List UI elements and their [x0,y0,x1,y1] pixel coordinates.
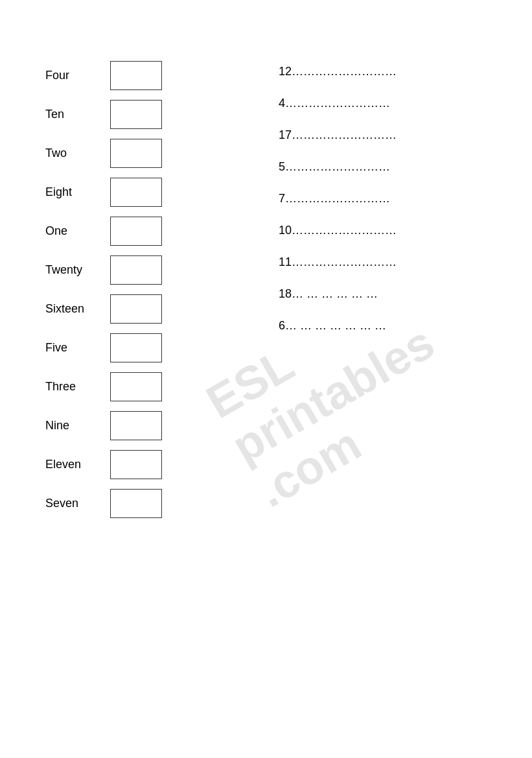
word-label-nine: Nine [45,419,110,432]
left-item-one: One [45,214,240,248]
number-box-twenty[interactable] [110,255,162,285]
number-prompt-six: 6… … … … … … … [279,319,386,333]
number-box-ten[interactable] [110,100,162,129]
right-item-twelve: 12……………………… [279,65,397,78]
word-label-twenty: Twenty [45,263,110,277]
left-item-ten: Ten [45,97,240,131]
number-box-nine[interactable] [110,411,162,440]
word-label-seven: Seven [45,497,110,510]
left-column: FourTenTwoEightOneTwentySixteenFiveThree… [45,58,240,525]
left-item-three: Three [45,370,240,403]
word-label-eight: Eight [45,185,110,199]
right-item-eleven-r: 11……………………… [279,255,397,269]
word-label-one: One [45,224,110,238]
word-label-four: Four [45,69,110,82]
word-label-eleven: Eleven [45,458,110,471]
number-box-four[interactable] [110,61,162,90]
number-prompt-five-r: 5……………………… [279,160,390,174]
left-item-twenty: Twenty [45,253,240,287]
number-prompt-twelve: 12……………………… [279,65,397,78]
left-item-seven: Seven [45,486,240,520]
number-prompt-four-r: 4……………………… [279,97,390,110]
number-box-eleven[interactable] [110,450,162,479]
number-box-three[interactable] [110,372,162,401]
number-box-two[interactable] [110,139,162,168]
word-label-three: Three [45,380,110,394]
number-prompt-ten-r: 10……………………… [279,224,397,237]
right-item-eighteen: 18… … … … … … [279,287,397,301]
number-box-eight[interactable] [110,178,162,207]
number-box-sixteen[interactable] [110,294,162,324]
number-box-five[interactable] [110,333,162,362]
page: ESLprintables.com FourTenTwoEightOneTwen… [0,0,532,758]
right-item-four-r: 4……………………… [279,97,397,110]
right-column: 12………………………4………………………17………………………5…………………… [240,58,397,525]
left-item-eight: Eight [45,175,240,209]
word-label-ten: Ten [45,108,110,121]
number-prompt-seven-r: 7……………………… [279,192,390,206]
left-item-sixteen: Sixteen [45,292,240,326]
right-item-five-r: 5……………………… [279,160,397,174]
right-item-ten-r: 10……………………… [279,224,397,237]
word-label-two: Two [45,147,110,160]
left-item-two: Two [45,136,240,170]
number-prompt-eleven-r: 11……………………… [279,255,397,269]
content-area: FourTenTwoEightOneTwentySixteenFiveThree… [45,58,487,525]
right-item-six: 6… … … … … … … [279,319,397,333]
word-label-five: Five [45,341,110,355]
number-prompt-eighteen: 18… … … … … … [279,287,378,301]
word-label-sixteen: Sixteen [45,302,110,316]
left-item-eleven: Eleven [45,447,240,481]
left-item-four: Four [45,58,240,92]
number-prompt-seventeen: 17……………………… [279,128,397,142]
number-box-one[interactable] [110,217,162,246]
right-item-seven-r: 7……………………… [279,192,397,206]
right-item-seventeen: 17……………………… [279,128,397,142]
left-item-five: Five [45,331,240,364]
left-item-nine: Nine [45,409,240,442]
number-box-seven[interactable] [110,489,162,518]
